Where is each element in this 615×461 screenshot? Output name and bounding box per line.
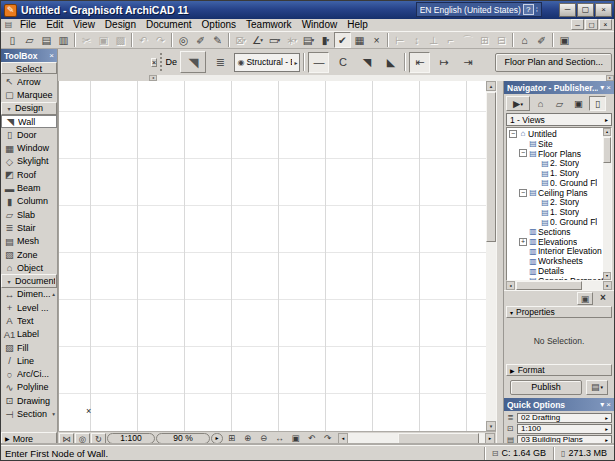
active-tool-icon[interactable]: ✔ (334, 32, 351, 48)
toolbox-item-label[interactable]: A1 Label (1, 328, 57, 341)
toolbox-item-line[interactable]: / Line (1, 354, 57, 367)
views-dropdown[interactable]: 1 - Views ▸ (506, 113, 612, 126)
tool-dropdown-2-icon[interactable]: ∠ ▾ (249, 32, 266, 48)
zoom-level-button[interactable]: 90 % (156, 433, 210, 444)
pan-icon[interactable]: ↔ (272, 433, 287, 445)
tree-item-sections[interactable]: ▥ Sections (507, 227, 603, 237)
properties-delete-icon[interactable]: × (595, 292, 611, 305)
cut-icon[interactable]: ✂ (78, 32, 95, 48)
geometry-straight-icon[interactable]: — (308, 52, 329, 73)
tree-expander[interactable] (531, 218, 539, 226)
scroll-left-icon[interactable]: ◂ (338, 433, 348, 444)
toolbox-item-column[interactable]: ▮ Column (1, 195, 57, 208)
view-map-icon[interactable]: ▱ (551, 96, 568, 111)
language-bar[interactable]: EN English (United States) ? ⁞ (416, 2, 542, 17)
quick-option-combo[interactable]: 03 Building Plans ▸ (517, 435, 612, 445)
tree-item-ceiling-plans[interactable]: − ▤ Ceiling Plans (507, 188, 603, 198)
toolbox-item-object[interactable]: ⌂ Object (1, 261, 57, 274)
drawing-manager-icon[interactable]: ▣ (556, 32, 573, 48)
format-section-bar[interactable]: ▶ Format (506, 364, 612, 376)
restore-button[interactable]: ▢ (577, 3, 594, 17)
ungroup-icon[interactable]: ⊟ (493, 32, 510, 48)
new-icon[interactable]: ▯ (4, 32, 21, 48)
zoom-out-icon[interactable]: ⊖ (256, 433, 271, 445)
group-icon[interactable]: ⊞ (476, 32, 493, 48)
tree-item-site[interactable]: ▤ Site (507, 139, 603, 149)
pet-palette-icon[interactable]: ⋈ (59, 433, 74, 445)
menu-design[interactable]: Design (100, 19, 141, 31)
tree-horizontal-scrollbar[interactable]: ◂ ▸ (506, 281, 612, 290)
document-icon[interactable]: ▤ (3, 20, 14, 30)
zoom-in-icon[interactable]: ⊕ (240, 433, 255, 445)
scroll-right-icon[interactable]: ▸ (485, 433, 495, 444)
tool-dropdown-4-icon[interactable]: ∗ ▾ (283, 32, 300, 48)
floor-plan-section-button[interactable]: Floor Plan and Section... (495, 53, 612, 72)
scroll-down-icon[interactable]: ▾ (486, 421, 496, 431)
orientation-icon[interactable]: ↻ (91, 433, 106, 445)
tree-item-interior-elevation[interactable]: ▥ Interior Elevation (507, 247, 603, 257)
menu-help[interactable]: Help (342, 19, 373, 31)
print-icon[interactable]: ▥ (55, 32, 72, 48)
project-chooser-button[interactable]: ▶ ▾ (506, 96, 530, 111)
pick-up-parameters-icon[interactable]: ✐ (192, 32, 209, 48)
resize-icon[interactable]: ↕ (408, 32, 425, 48)
tool-dropdown-3-icon[interactable]: ▭ ▾ (266, 32, 283, 48)
tree-item-1-story[interactable]: ▤ 1. Story (507, 168, 603, 178)
toolbox-item-beam[interactable]: ▬ Beam (1, 181, 57, 194)
toolbox-section-document[interactable]: ▾ Document (1, 274, 57, 287)
toolbox-item-door[interactable]: ▯ Door (1, 128, 57, 141)
3d-projection-icon[interactable]: ⌂ (516, 32, 533, 48)
tree-expander[interactable] (519, 277, 527, 280)
zoom-options-icon[interactable]: ◎ (75, 433, 90, 445)
toolbox-item-arrow[interactable]: ↖ Arrow (1, 75, 57, 88)
tree-item-worksheets[interactable]: ▥ Worksheets (507, 256, 603, 266)
drawing-canvas[interactable]: × (58, 81, 486, 431)
next-zoom-icon[interactable]: ↷ (320, 433, 335, 445)
toolbox-item-stair[interactable]: ≣ Stair (1, 221, 57, 234)
child-restore-button[interactable]: ▢ (585, 19, 598, 30)
tree-item-details[interactable]: ▥ Details (507, 266, 603, 276)
redo-icon[interactable]: ↷ (152, 32, 169, 48)
geometry-curved-icon[interactable]: C (332, 52, 353, 73)
tree-expander[interactable]: − (519, 149, 527, 157)
toolbox-item-dimension[interactable]: ↔ Dimen... ▴ (1, 288, 57, 301)
tree-horizontal-scroll-thumb[interactable] (516, 281, 582, 290)
paste-icon[interactable]: ▩ (112, 32, 129, 48)
layers-icon[interactable]: ≣ (209, 53, 231, 72)
construction-left-icon[interactable]: ⇤ (409, 52, 430, 73)
quick-option-combo[interactable]: 02 Drafting ▸ (517, 413, 612, 423)
find-select-icon[interactable]: ◎ (175, 32, 192, 48)
language-help-icon[interactable]: ? (523, 4, 534, 15)
close-button[interactable]: × (595, 3, 612, 17)
tree-expander[interactable] (519, 267, 527, 275)
scale-button[interactable]: 1:100 (107, 433, 155, 444)
menu-teamwork[interactable]: Teamwork (241, 19, 297, 31)
properties-settings-icon[interactable]: ▣ (577, 292, 593, 305)
previous-zoom-icon[interactable]: ↶ (304, 433, 319, 445)
tree-vertical-scrollbar[interactable]: ▴ ▾ (603, 128, 611, 280)
inject-parameters-icon[interactable]: ✎ (209, 32, 226, 48)
toolbox-item-polyline[interactable]: ∿ Polyline (1, 381, 57, 394)
toolbox-item-marquee[interactable]: ▢ Marquee (1, 88, 57, 101)
wall-settings-button[interactable]: ◥ (180, 51, 206, 73)
vertical-scroll-thumb[interactable] (486, 92, 496, 242)
child-close-button[interactable]: × (599, 19, 612, 30)
rendering-icon[interactable]: ✐ (533, 32, 550, 48)
tree-item-2-story-ceiling[interactable]: ▤ 2. Story (507, 198, 603, 208)
tree-expander[interactable] (531, 179, 539, 187)
toolbox-item-fill[interactable]: ▨ Fill (1, 341, 57, 354)
tool-dropdown-1-icon[interactable]: ⊠ ▾ (232, 32, 249, 48)
scroll-left-icon[interactable]: ◂ (506, 281, 515, 290)
toolbox-item-drawing[interactable]: ⊡ Drawing (1, 394, 57, 407)
tool-dropdown-5-icon[interactable]: ▤ ▾ (300, 32, 317, 48)
toolbox-item-roof[interactable]: ◩ Roof (1, 168, 57, 181)
adjust-icon[interactable]: ⊢ (391, 32, 408, 48)
geometry-polygon-icon[interactable]: ◣ (380, 52, 401, 73)
layer-combo[interactable]: ◉ Structural - Be... ▸ (234, 53, 300, 72)
horizontal-scroll-thumb[interactable] (398, 433, 480, 444)
quick-options-close-icon[interactable]: × (606, 401, 611, 409)
fit-in-window-icon[interactable]: ▣ (288, 433, 303, 445)
split-icon[interactable]: ⊥ (425, 32, 442, 48)
panel-splitter[interactable] (496, 81, 503, 445)
tree-item-1-story-ceiling[interactable]: ▤ 1. Story (507, 207, 603, 217)
